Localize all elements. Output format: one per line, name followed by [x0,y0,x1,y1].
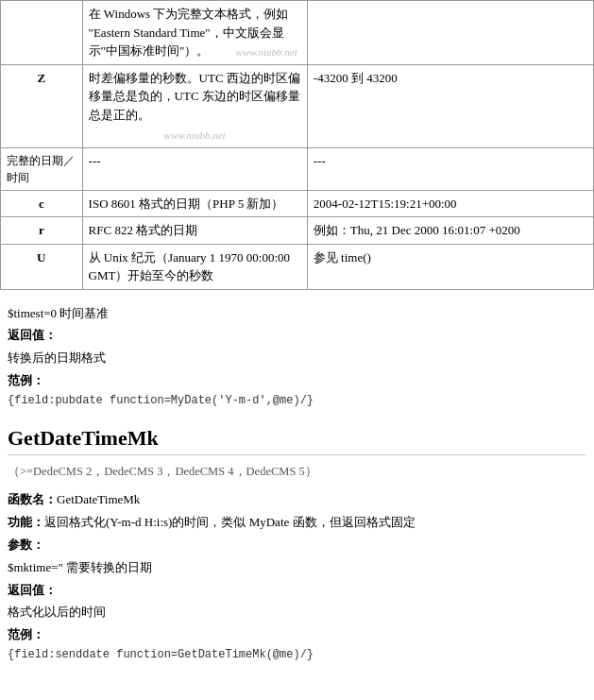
return-label: 返回值： [8,328,57,342]
return-value-line: 转换后的日期格式 [8,349,586,368]
func-example-label-line: 范例： [8,625,586,645]
example-label-line: 范例： [8,371,586,391]
func-desc-value: 返回格式化(Y-m-d H:i:s)的时间，类似 MyDate 函数，但返回格式… [44,515,416,529]
table-cell-col1: Z [1,64,83,147]
param-label: $timest=0 时间基准 [8,306,109,320]
section1: $timest=0 时间基准 返回值： 转换后的日期格式 范例： {field:… [0,298,594,417]
func-param-value-line: $mktime=" 需要转换的日期 [8,558,586,578]
param-line: $timest=0 时间基准 [8,304,586,324]
watermark: www.niubb.net [236,44,297,60]
func-desc-line: 功能：返回格式化(Y-m-d H:i:s)的时间，类似 MyDate 函数，但返… [8,513,586,533]
table-row: U 从 Unix 纪元（January 1 1970 00:00:00 GMT）… [1,244,594,289]
func-return-label-line: 返回值： [8,581,586,601]
return-value: 转换后的日期格式 [8,350,106,365]
func-example-code: {field:senddate function=GetDateTimeMk(@… [8,648,314,661]
table-cell-col3: --- [307,147,593,190]
func-name-line: 函数名：GetDateTimeMk [8,490,586,510]
table-cell-col2: RFC 822 格式的日期 [82,217,307,245]
func-param-value: $mktime=" 需要转换的日期 [8,560,152,574]
table-cell-col3: -43200 到 43200 [307,64,593,147]
func-block: 函数名：GetDateTimeMk 功能：返回格式化(Y-m-d H:i:s)的… [0,486,594,669]
table-row: Z 时差偏移量的秒数。UTC 西边的时区偏移量总是负的，UTC 东边的时区偏移量… [1,64,594,147]
func-param-header-label: 参数： [8,538,44,552]
table-cell-col2: 在 Windows 下为完整文本格式，例如 "Eastern Standard … [82,1,307,65]
table-cell-col3 [307,1,593,65]
section2: GetDateTimeMk （>=DedeCMS 2，DedeCMS 3，Ded… [0,426,594,669]
table-cell-col2: 时差偏移量的秒数。UTC 西边的时区偏移量总是负的，UTC 东边的时区偏移量总是… [82,64,307,147]
table-row: 在 Windows 下为完整文本格式，例如 "Eastern Standard … [1,1,594,65]
table-cell-col3: 例如：Thu, 21 Dec 2000 16:01:07 +0200 [307,217,593,245]
cell-text: 时差偏移量的秒数。UTC 西边的时区偏移量总是负的，UTC 东边的时区偏移量总是… [89,71,300,122]
table-cell-col1: U [1,244,83,289]
example-label: 范例： [8,373,44,387]
func-name-value: GetDateTimeMk [57,492,140,506]
table-cell-col2: 从 Unix 纪元（January 1 1970 00:00:00 GMT）开始… [82,244,307,289]
page-wrapper: 在 Windows 下为完整文本格式，例如 "Eastern Standard … [0,0,594,669]
func-return-label: 返回值： [8,583,57,597]
table-cell-col3: 2004-02-12T15:19:21+00:00 [307,190,593,217]
func-example-code-line: {field:senddate function=GetDateTimeMk(@… [8,648,586,661]
table-cell-col3: 参见 time() [307,244,593,289]
func-example-label: 范例： [8,627,44,641]
table-cell-col1: c [1,190,83,217]
table-cell-col2: ISO 8601 格式的日期（PHP 5 新加） [82,190,307,217]
table-row: r RFC 822 格式的日期 例如：Thu, 21 Dec 2000 16:0… [1,217,594,245]
example-code-line: {field:pubdate function=MyDate('Y-m-d',@… [8,394,586,407]
func-return-value-line: 格式化以后的时间 [8,603,586,623]
table-cell-col1: 完整的日期／时间 [1,147,83,190]
func-return-value: 格式化以后的时间 [8,605,106,619]
table-cell-col1 [1,1,83,65]
func-param-header-line: 参数： [8,536,586,555]
section-title: GetDateTimeMk [8,426,586,455]
func-name-label: 函数名： [8,492,57,506]
table-row: 完整的日期／时间 --- --- [1,147,594,190]
func-desc-label: 功能： [8,515,44,529]
doc-table: 在 Windows 下为完整文本格式，例如 "Eastern Standard … [0,0,594,290]
table-cell-col1: r [1,217,83,245]
return-label-line: 返回值： [8,326,586,346]
table-row: c ISO 8601 格式的日期（PHP 5 新加） 2004-02-12T15… [1,190,594,217]
watermark-inline: www.niubb.net [89,128,301,144]
table-cell-col2: --- [82,147,307,190]
example-code: {field:pubdate function=MyDate('Y-m-d',@… [8,394,314,407]
compat-line: （>=DedeCMS 2，DedeCMS 3，DedeCMS 4，DedeCMS… [8,463,586,481]
